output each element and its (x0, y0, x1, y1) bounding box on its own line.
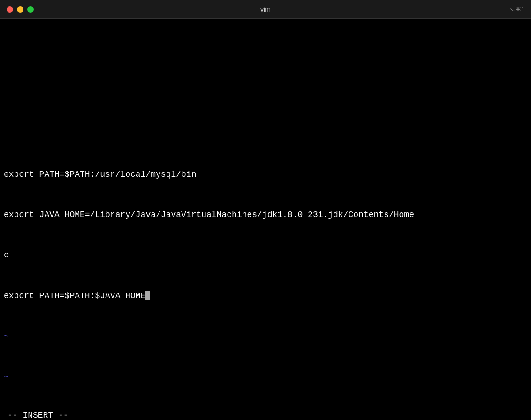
window-title: vim (260, 6, 271, 13)
editor-area[interactable]: # System-wide .profile for sh(1) if [ -x… (0, 19, 531, 420)
line-export3: export PATH=$PATH:$JAVA_HOME (4, 289, 531, 303)
window-shortcut: ⌥⌘1 (508, 6, 524, 13)
line-tilde2: ~ (4, 370, 531, 384)
line-export2: export JAVA_HOME=/Library/Java/JavaVirtu… (4, 208, 531, 222)
insert-mode-label: -- INSERT -- (8, 411, 68, 420)
code-block: # System-wide .profile for sh(1) if [ -x… (4, 0, 531, 411)
window-controls (7, 6, 34, 13)
line-tilde1: ~ (4, 330, 531, 343)
minimize-button[interactable] (17, 6, 23, 13)
line-export1: export PATH=$PATH:/usr/local/mysql/bin (4, 168, 531, 181)
close-button[interactable] (7, 6, 13, 13)
code-content: # System-wide .profile for sh(1) if [ -x… (4, 0, 531, 411)
maximize-button[interactable] (27, 6, 34, 13)
status-bar: -- INSERT -- (4, 411, 531, 420)
line-empty8 (4, 127, 531, 141)
line-empty7 (4, 87, 531, 100)
line-export2-cont: e (4, 248, 531, 262)
titlebar: vim ⌥⌘1 (0, 0, 531, 19)
text-cursor (145, 291, 150, 300)
line-empty6 (4, 46, 531, 60)
